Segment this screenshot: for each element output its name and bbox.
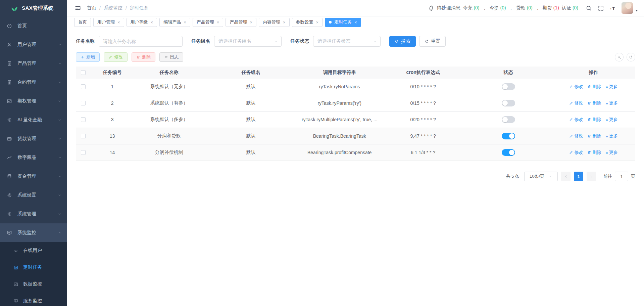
sidebar-item-options-mgmt[interactable]: 期权管理: [0, 92, 67, 111]
chart-icon: [7, 98, 12, 104]
sidebar-item-digital-collectibles[interactable]: 数字藏品: [0, 148, 67, 167]
prev-page-button[interactable]: [561, 172, 571, 181]
task-status-label: 任务状态: [290, 38, 309, 44]
status-toggle[interactable]: [502, 116, 515, 123]
task-name-input[interactable]: [99, 36, 183, 47]
goto-page-input[interactable]: [615, 172, 628, 181]
tab-content-mgmt[interactable]: 内容管理×: [259, 18, 290, 27]
current-page-button[interactable]: 1: [574, 172, 583, 181]
sidebar-subitem-scheduled-tasks[interactable]: 定时任务: [0, 259, 67, 276]
row-edit-link[interactable]: 修改: [569, 84, 583, 90]
page-size-select[interactable]: 10条/页: [524, 172, 558, 181]
bell-icon[interactable]: [428, 5, 434, 11]
task-status-select[interactable]: 请选择任务状态: [313, 36, 381, 47]
tab-param-settings[interactable]: 参数设置×: [292, 18, 323, 27]
sidebar-subitem-online-users[interactable]: 在线用户: [0, 242, 67, 259]
status-toggle[interactable]: [502, 133, 515, 139]
row-checkbox[interactable]: [81, 84, 86, 89]
row-delete-link[interactable]: 删除: [587, 149, 601, 156]
edit-button[interactable]: 修改: [104, 52, 128, 62]
cell-cron-expression: 0/20 * * * * ?: [381, 117, 465, 122]
search-icon[interactable]: [586, 5, 592, 11]
row-delete-link[interactable]: 删除: [587, 117, 601, 123]
row-edit-link[interactable]: 修改: [569, 133, 583, 139]
tab-close-icon[interactable]: ×: [151, 20, 153, 25]
sidebar-item-loan-mgmt[interactable]: 贷款管理: [0, 129, 67, 148]
tab-close-icon[interactable]: ×: [316, 20, 319, 25]
row-edit-link[interactable]: 修改: [569, 117, 583, 123]
delete-button[interactable]: 删除: [132, 52, 155, 62]
sidebar-item-user-mgmt[interactable]: 用户管理: [0, 35, 67, 54]
task-group-select[interactable]: 请选择任务组名: [214, 36, 282, 47]
toggle-search-button[interactable]: [615, 53, 624, 61]
row-more-label: 更多: [609, 117, 618, 123]
sidebar-subitem-service-monitor[interactable]: 服务监控: [0, 293, 67, 306]
sidebar-item-system-mgmt[interactable]: 系统管理: [0, 205, 67, 223]
tab-close-icon[interactable]: ×: [217, 20, 219, 25]
tab-close-icon[interactable]: ×: [283, 20, 286, 25]
row-edit-link[interactable]: 修改: [569, 149, 583, 156]
refresh-table-button[interactable]: [627, 53, 635, 61]
cell-task-name: 分润补偿机制: [134, 149, 204, 156]
sidebar-item-funds-mgmt[interactable]: 资金管理: [0, 167, 67, 186]
row-checkbox[interactable]: [81, 134, 86, 138]
double-chevron-right-icon: »: [605, 101, 608, 105]
select-all-checkbox[interactable]: [81, 70, 86, 75]
tab-product-mgmt[interactable]: 产品管理×: [193, 18, 224, 27]
sidebar-item-system-monitor[interactable]: 系统监控: [0, 223, 67, 242]
status-toggle[interactable]: [502, 83, 515, 90]
sidebar-item-contract-mgmt[interactable]: 合约管理: [0, 73, 67, 92]
tab-close-icon[interactable]: ×: [354, 20, 357, 25]
row-more-link[interactable]: »更多: [605, 84, 617, 90]
row-actions: 修改删除»更多: [552, 100, 635, 106]
row-more-link[interactable]: »更多: [605, 117, 617, 123]
tab-close-icon[interactable]: ×: [184, 20, 186, 25]
row-checkbox[interactable]: [81, 117, 86, 122]
tab-close-icon[interactable]: ×: [250, 20, 252, 25]
status-toggle[interactable]: [502, 100, 515, 106]
sidebar-item-product-mgmt[interactable]: 产品管理: [0, 54, 67, 73]
tags-view-bar: 首页用户管理×用户等级×编辑产品×产品管理×产品管理×内容管理×参数设置×定时任…: [67, 16, 644, 28]
log-button[interactable]: 日志: [159, 52, 183, 62]
user-avatar[interactable]: [622, 2, 633, 14]
notice-label: 今充: [463, 5, 472, 10]
sidebar-subitem-data-monitor[interactable]: 数据监控: [0, 276, 67, 293]
list-icon: [164, 55, 168, 59]
notice-label: 贷款: [516, 5, 526, 10]
tab-product-mgmt-2[interactable]: 产品管理×: [226, 18, 256, 27]
tab-home[interactable]: 首页: [74, 18, 91, 27]
collapse-sidebar-icon[interactable]: [75, 5, 81, 11]
cell-actions: 修改删除»更多: [552, 84, 635, 90]
tab-scheduled-tasks[interactable]: 定时任务×: [325, 18, 361, 27]
sidebar-item-label: 首页: [17, 23, 27, 29]
table-header-row: 任务编号 任务名称 任务组名 调用目标字符串 cron执行表达式 状态 操作: [76, 67, 635, 79]
next-page-button[interactable]: [587, 172, 596, 181]
fullscreen-icon[interactable]: [598, 5, 604, 11]
tab-user-level[interactable]: 用户等级×: [127, 18, 157, 27]
tab-user-mgmt[interactable]: 用户管理×: [93, 18, 124, 27]
font-size-icon[interactable]: [610, 5, 616, 11]
search-button[interactable]: 搜索: [389, 36, 416, 47]
add-button[interactable]: 新增: [76, 52, 100, 62]
tab-edit-product[interactable]: 编辑产品×: [159, 18, 190, 27]
row-more-link[interactable]: »更多: [605, 149, 617, 156]
cell-cron-expression: 0/10 * * * * ?: [381, 84, 465, 89]
row-delete-link[interactable]: 删除: [587, 133, 601, 139]
status-toggle[interactable]: [502, 149, 515, 156]
reset-button[interactable]: 重置: [419, 36, 446, 47]
breadcrumb-item-home[interactable]: 首页: [87, 5, 96, 11]
add-button-label: 新增: [86, 54, 95, 60]
row-delete-link[interactable]: 删除: [587, 100, 601, 106]
row-edit-link[interactable]: 修改: [569, 100, 583, 106]
row-more-link[interactable]: »更多: [605, 133, 617, 139]
chevron-down-icon: [58, 212, 62, 216]
row-checkbox[interactable]: [81, 150, 86, 155]
sidebar-item-home[interactable]: 首页: [0, 16, 67, 35]
row-checkbox[interactable]: [81, 101, 86, 105]
row-delete-link[interactable]: 删除: [587, 84, 601, 90]
row-more-link[interactable]: »更多: [605, 100, 617, 106]
tab-close-icon[interactable]: ×: [117, 20, 120, 25]
caret-down-icon[interactable]: [635, 9, 639, 13]
sidebar-item-ai-quant-finance[interactable]: AI 量化金融: [0, 111, 67, 129]
sidebar-item-system-settings[interactable]: 系统设置: [0, 186, 67, 205]
